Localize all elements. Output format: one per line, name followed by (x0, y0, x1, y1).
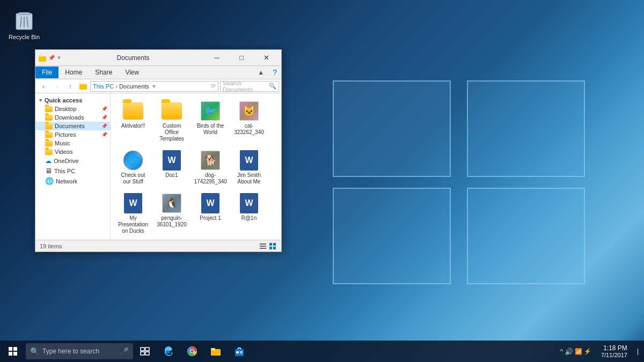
svg-point-33 (191, 350, 194, 353)
explorer-body: ▼ Quick access Desktop 📌 Downloads 📌 Doc… (35, 93, 281, 240)
sidebar-item-thispc[interactable]: 🖥 This PC (35, 166, 110, 176)
sidebar-item-downloads[interactable]: Downloads 📌 (35, 113, 110, 122)
sidebar-item-desktop[interactable]: Desktop 📌 (35, 105, 110, 113)
clock-time: 1:18 PM (603, 344, 627, 352)
power-icon[interactable]: ⚡ (584, 348, 591, 355)
sidebar-item-pictures[interactable]: Pictures 📌 (35, 130, 110, 139)
title-bar-controls: ─ □ ✕ (204, 50, 279, 66)
file-item-custom-office[interactable]: Custom Office Templates (153, 98, 190, 145)
file-label-aktivator: Aktivator!! (121, 123, 145, 129)
show-desktop-button[interactable]: | (634, 348, 641, 355)
file-icon-presentation: W (122, 193, 144, 214)
tab-view[interactable]: View (119, 67, 145, 78)
sidebar-item-videos[interactable]: Videos (35, 147, 110, 156)
ribbon-collapse-btn[interactable]: ▲ (253, 67, 268, 78)
arrow-icon: ▼ (56, 55, 62, 61)
start-button[interactable] (0, 341, 26, 362)
sidebar-item-documents[interactable]: Documents 📌 (35, 122, 110, 130)
recycle-bin[interactable]: Recycle Bin (8, 8, 40, 40)
address-dropdown-icon[interactable]: ▼ (151, 83, 157, 90)
svg-rect-42 (240, 353, 243, 354)
search-box[interactable]: Search Documents 🔍 (220, 81, 279, 92)
tab-file[interactable]: File (35, 67, 58, 78)
title-bar: 📌 ▼ Documents ─ □ ✕ (35, 50, 281, 66)
tab-share[interactable]: Share (89, 67, 119, 78)
svg-rect-19 (269, 243, 272, 246)
store-button[interactable] (228, 341, 251, 362)
file-icon-doc1: W (161, 150, 182, 171)
file-item-cat[interactable]: 🐱 cat-323262_340 (231, 98, 267, 145)
clock-date: 7/11/2017 (601, 352, 627, 358)
sidebar-item-onedrive[interactable]: ☁ OneDrive (35, 156, 110, 166)
svg-rect-18 (260, 248, 266, 249)
svg-rect-28 (145, 348, 149, 351)
close-button[interactable]: ✕ (254, 50, 279, 66)
pin-icon: 📌 (48, 55, 55, 61)
documents-label: Documents (55, 123, 85, 129)
quick-access-label: Quick access (45, 97, 82, 104)
grid-view-button[interactable] (268, 242, 277, 250)
chrome-button[interactable] (180, 341, 204, 362)
status-item-count: 19 items (40, 243, 62, 249)
network-tray-icon[interactable]: 📶 (575, 348, 582, 355)
taskview-button[interactable] (133, 341, 157, 362)
up-button[interactable]: ↑ (64, 80, 76, 92)
file-item-birds[interactable]: 🐦 Birds of the World (192, 98, 229, 145)
taskbar-search[interactable]: 🔍 Type here to search 🎤 (26, 343, 133, 359)
ribbon: File Home Share View ▲ ? (35, 66, 281, 79)
clock[interactable]: 1:18 PM 7/11/2017 (597, 344, 632, 358)
file-icon-penguin: 🐧 (161, 193, 182, 214)
tab-home[interactable]: Home (58, 67, 89, 78)
file-icon-birds: 🐦 (200, 100, 221, 122)
file-icon-project1: W (200, 193, 221, 214)
file-item-presentation[interactable]: W My Presentation on Ducks (115, 190, 151, 237)
back-button[interactable]: ‹ (38, 80, 49, 92)
title-bar-icons: 📌 ▼ (38, 54, 62, 62)
thispc-icon: 🖥 (45, 167, 52, 175)
list-view-button[interactable] (259, 242, 267, 250)
file-item-dog[interactable]: 🐕 dog-1742295_340 (192, 147, 229, 188)
sidebar-item-network[interactable]: 🌐 Network (35, 176, 110, 186)
maximize-button[interactable]: □ (229, 50, 254, 66)
file-item-aktivator[interactable]: Aktivator!! (115, 98, 151, 145)
forward-button[interactable]: › (51, 80, 63, 92)
sidebar-item-music[interactable]: Music (35, 139, 110, 147)
help-button[interactable]: ? (268, 66, 281, 79)
explorer-window: 📌 ▼ Documents ─ □ ✕ File Home Share View… (35, 49, 282, 252)
microphone-icon[interactable]: 🎤 (120, 347, 129, 356)
file-item-project1[interactable]: W Project 1 (192, 190, 229, 237)
address-path[interactable]: This PC › Documents ▼ ⟳ (90, 81, 218, 92)
chrome-icon (187, 346, 197, 357)
address-path-text: This PC › Documents (93, 83, 149, 90)
file-item-checkout[interactable]: 🌐 Check out our Stuff (115, 147, 151, 188)
refresh-button[interactable]: ⟳ (211, 83, 216, 90)
file-item-penguin[interactable]: 🐧 penguin-36101_1920 (153, 190, 190, 237)
quick-access-header[interactable]: ▼ Quick access (35, 96, 110, 105)
taskbar-pinned-apps (133, 341, 251, 362)
file-area: Aktivator!! Custom Office Templates (111, 93, 281, 240)
taskbar-search-icon: 🔍 (30, 347, 39, 356)
edge-button[interactable] (157, 341, 180, 362)
file-explorer-button[interactable] (204, 341, 228, 362)
view-toggle-buttons (259, 242, 277, 250)
videos-folder-icon (45, 149, 53, 155)
store-icon (235, 346, 244, 357)
svg-rect-29 (141, 352, 144, 355)
svg-rect-30 (145, 352, 149, 355)
speaker-icon[interactable]: 🔊 (565, 348, 573, 356)
win-pane-tl (333, 80, 451, 177)
svg-rect-36 (212, 351, 219, 352)
svg-rect-23 (9, 347, 12, 351)
file-item-doc1[interactable]: W Doc1 (153, 147, 190, 188)
minimize-button[interactable]: ─ (204, 50, 229, 66)
file-label-birds: Birds of the World (194, 123, 227, 136)
documents-folder-icon (45, 123, 53, 129)
file-label-cat: cat-323262_340 (232, 123, 266, 136)
tray-expand-button[interactable]: ^ (560, 348, 563, 354)
pictures-folder-icon (45, 132, 53, 138)
svg-rect-41 (240, 351, 243, 352)
svg-rect-38 (212, 354, 217, 355)
file-item-jimsmith[interactable]: W Jim Smith About Me (231, 147, 267, 188)
file-item-rain[interactable]: W R@1n (231, 190, 267, 237)
tray-icons: ^ 🔊 📶 ⚡ (558, 348, 594, 356)
